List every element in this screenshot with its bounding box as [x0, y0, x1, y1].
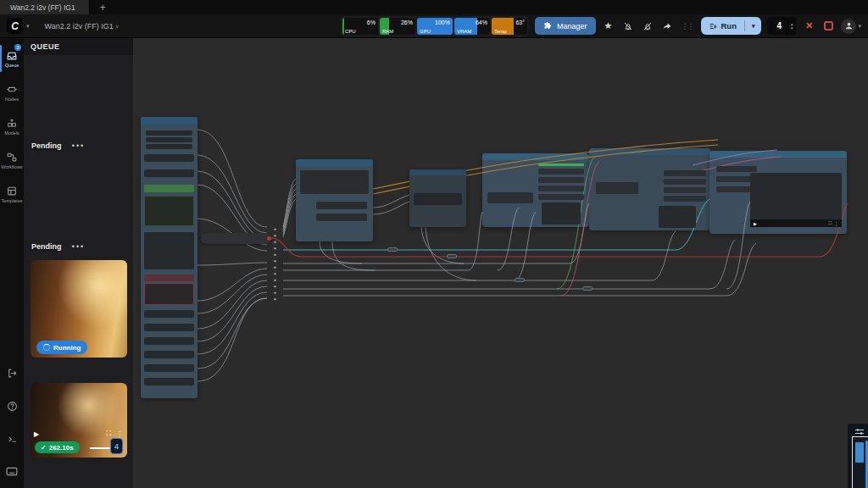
node-widget[interactable] [300, 170, 369, 194]
workflow-name-dropdown[interactable]: Wan2.2 i2v (FF) IG1 ˅ [45, 22, 120, 30]
video-progress-bar[interactable] [90, 447, 110, 449]
star-icon[interactable]: ★ [602, 19, 615, 34]
user-menu-button[interactable]: ▾ [841, 19, 861, 34]
node-widget[interactable] [144, 324, 194, 331]
workflow-tab[interactable]: Wan2.2 i2v (FF) IG1 [0, 0, 90, 14]
collapsed-node[interactable] [201, 233, 270, 244]
logo-menu-chevron-icon[interactable]: ▾ [26, 23, 30, 30]
kebab-menu-icon[interactable]: ⋮ [116, 430, 123, 438]
graph-canvas[interactable]: ▶ ⛶ ⋮ + − ⛶ [133, 38, 868, 488]
minimap[interactable] [848, 424, 868, 488]
notifications-off-icon[interactable] [621, 19, 635, 34]
share-icon[interactable] [660, 19, 674, 34]
node-widget[interactable] [538, 177, 584, 183]
image-preview[interactable] [659, 206, 696, 228]
node-widget[interactable] [664, 179, 706, 185]
node-widget[interactable] [146, 144, 192, 149]
queue-panel-title: QUEUE [24, 38, 133, 55]
minimap-settings-icon[interactable] [854, 428, 865, 435]
node-widget[interactable] [144, 274, 194, 281]
node-widget[interactable] [144, 169, 194, 177]
manager-button[interactable]: Manager [535, 17, 596, 35]
node-wires [133, 38, 868, 488]
node-widget[interactable] [144, 154, 194, 162]
play-icon[interactable]: ▶ [34, 430, 39, 438]
terminal-icon[interactable] [7, 434, 18, 445]
keyboard-icon[interactable] [6, 467, 18, 476]
node-widget[interactable] [316, 214, 367, 221]
node-widget[interactable] [144, 378, 194, 385]
user-chevron-icon: ▾ [858, 23, 861, 30]
negative-prompt-textarea[interactable] [144, 283, 194, 305]
node-widget[interactable] [538, 169, 584, 175]
node-widget[interactable] [664, 170, 706, 176]
alerts-off-icon[interactable] [641, 19, 654, 34]
node[interactable] [141, 117, 198, 398]
node-widget[interactable] [144, 310, 194, 318]
node-widget[interactable] [487, 192, 533, 203]
new-tab-button[interactable]: + [90, 0, 116, 14]
user-icon [844, 21, 854, 30]
prompt-textarea[interactable] [144, 196, 194, 226]
reroute-stack[interactable] [270, 226, 284, 302]
node-widget[interactable] [716, 166, 757, 172]
models-icon [6, 118, 18, 129]
reroute-pill[interactable] [582, 286, 593, 291]
queue-panel: QUEUE ••• Pending ••• Pending Running ▶ … [24, 38, 133, 488]
clear-queue-button[interactable]: ✕ [802, 19, 815, 34]
kebab-menu-icon[interactable]: ⋮ [834, 221, 838, 226]
video-preview-controls[interactable]: ▶ ⛶ ⋮ [750, 219, 842, 227]
batch-count-stepper[interactable]: 4 ▴▾ [767, 17, 796, 35]
sidebar-item-models[interactable]: Models [0, 109, 24, 143]
queue-count-badge: 3 [14, 44, 21, 51]
node-widget[interactable] [144, 337, 194, 345]
toolbar-drag-handle[interactable]: ⋮⋮ [682, 22, 693, 30]
node-widget[interactable] [144, 351, 194, 358]
node-header[interactable] [296, 159, 373, 166]
sidebar-item-workflows[interactable]: Workflows [0, 143, 24, 177]
fullscreen-icon[interactable]: ⛶ [828, 220, 832, 226]
node-header[interactable] [141, 117, 198, 125]
node-widget[interactable] [538, 186, 584, 191]
help-icon[interactable] [7, 401, 18, 412]
sidebar-item-nodes[interactable]: Nodes [0, 75, 24, 109]
stat-temp: Temp 63° [492, 18, 527, 35]
chevron-down-icon[interactable]: ▾ [791, 26, 793, 30]
video-preview[interactable]: ▶ ⛶ ⋮ [750, 173, 842, 227]
run-options-chevron-icon[interactable]: ▾ [745, 23, 762, 30]
node-widget[interactable] [316, 202, 367, 209]
video-controls[interactable]: ▶ ⛶ ⋮ [34, 430, 123, 438]
stat-gpu: GPU 100% [417, 18, 453, 35]
play-icon[interactable]: ▶ [754, 221, 757, 226]
output-dot[interactable] [267, 236, 271, 241]
node-widget[interactable] [596, 182, 638, 194]
chevron-down-icon: ˅ [115, 24, 119, 30]
comfyui-logo[interactable]: C [7, 18, 23, 34]
node-header[interactable] [409, 169, 466, 175]
node-widget[interactable] [664, 196, 706, 202]
reroute-pill[interactable] [387, 247, 398, 252]
stat-cpu: CPU 6% [342, 18, 378, 35]
avatar [841, 19, 856, 34]
node-widget[interactable] [538, 194, 584, 200]
stepper-chevrons[interactable]: ▴▾ [791, 22, 797, 30]
run-button[interactable]: Run ▾ [701, 17, 762, 35]
sidebar-item-templates[interactable]: Templates [0, 177, 24, 211]
image-preview[interactable] [542, 202, 581, 225]
logout-icon[interactable] [7, 368, 18, 379]
node-widget[interactable] [146, 137, 192, 142]
node-widget[interactable] [414, 193, 462, 205]
stop-button[interactable] [821, 19, 835, 34]
fullscreen-icon[interactable]: ⛶ [106, 430, 111, 438]
node-widget-selected[interactable] [144, 185, 194, 192]
node[interactable] [409, 169, 466, 227]
node-widget[interactable] [144, 364, 194, 372]
node-widget[interactable] [664, 187, 706, 193]
reroute-pill[interactable] [515, 278, 525, 282]
sidebar-item-queue[interactable]: Queue 3 [0, 42, 24, 75]
image-preview[interactable] [144, 232, 194, 269]
node[interactable] [296, 159, 373, 241]
node-widget[interactable] [146, 130, 192, 136]
reroute-pill[interactable] [447, 254, 457, 258]
queue-run-icon [709, 22, 717, 30]
